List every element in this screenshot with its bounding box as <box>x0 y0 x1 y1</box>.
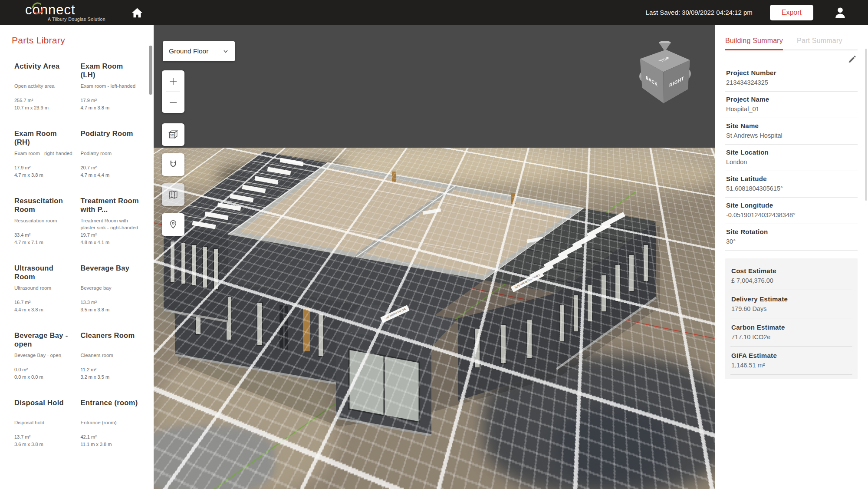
estimate-value: £ 7,004,376.00 <box>731 277 852 284</box>
part-name: Beverage Bay - open <box>14 331 74 350</box>
user-avatar-button[interactable] <box>832 5 848 20</box>
field-value: 30° <box>726 238 857 245</box>
edit-row <box>725 50 858 65</box>
part-name: Disposal Hold <box>14 399 74 417</box>
estimate-field: Cost Estimate £ 7,004,376.00 <box>730 262 852 290</box>
part-item[interactable]: Podiatry Room Podiatry room 20.7 m² 4.7 … <box>81 129 140 178</box>
export-button[interactable]: Export <box>770 5 813 20</box>
part-dimensions: 3.5 m x 3.8 m <box>81 306 140 314</box>
part-item[interactable]: Cleaners Room Cleaners room 11.2 m² 3.2 … <box>81 331 140 380</box>
field-value: Hospital_01 <box>726 106 857 112</box>
viewport-toolbar: 3D <box>162 70 184 243</box>
tab-part-summary[interactable]: Part Summary <box>797 37 842 50</box>
part-item[interactable]: Treatment Room with P... Treatment Room … <box>81 197 140 246</box>
zoom-in-button[interactable] <box>162 71 184 92</box>
part-dimensions: 10.7 m x 23.9 m <box>14 104 74 112</box>
field-label: Site Latitude <box>726 175 857 182</box>
part-description: Treatment Room with plaster sink - right… <box>81 218 140 231</box>
edit-pencil-icon[interactable] <box>847 55 857 64</box>
floor-selector-value: Ground Floor <box>169 47 208 55</box>
part-name: Entrance (room) <box>81 399 140 417</box>
logo-rings-icon <box>29 0 46 17</box>
summary-field: Site Latitude 51.6081804305615° <box>725 171 858 198</box>
map-icon <box>167 188 179 201</box>
part-item[interactable]: Resuscitation Room Resuscitation room 33… <box>14 197 74 246</box>
estimate-label: Cost Estimate <box>731 267 852 274</box>
part-area: 13.7 m² <box>14 433 74 441</box>
estimate-label: Delivery Estimate <box>731 295 852 303</box>
door <box>392 172 396 183</box>
part-area: 17.9 m² <box>14 164 74 172</box>
part-description: Podiatry room <box>81 150 140 164</box>
logo-subtitle: A Tilbury Douglas Solution <box>25 17 105 22</box>
user-icon <box>832 5 848 20</box>
estimates-card: Cost Estimate £ 7,004,376.00 Delivery Es… <box>725 258 858 379</box>
3d-cube-icon: 3D <box>167 128 180 141</box>
door <box>511 193 516 204</box>
part-description: Cleaners room <box>81 352 140 366</box>
part-dimensions: 4.7 m x 3.8 m <box>14 172 74 179</box>
logo-wordmark: co nnect <box>25 3 76 17</box>
field-label: Site Location <box>726 149 857 156</box>
nav-cube[interactable]: TOP BACK RIGHT <box>637 43 693 102</box>
parts-scrollbar-thumb[interactable] <box>149 46 152 95</box>
part-dimensions: 0.0 m x 0.0 m <box>14 373 74 381</box>
part-item[interactable]: Exam Room (RH) Exam room - right-handed … <box>14 129 74 178</box>
part-item[interactable]: Exam Room (LH) Exam room - left-handed 1… <box>81 62 140 111</box>
estimate-label: GIFA Estimate <box>731 352 852 359</box>
dark-panel <box>285 306 288 350</box>
part-area: 13.3 m² <box>81 299 140 306</box>
part-name: Treatment Room with P... <box>81 197 140 215</box>
zoom-control <box>162 70 184 113</box>
summary-scrollbar-thumb[interactable] <box>865 49 867 201</box>
topbar-right-cluster: Last Saved: 30/09/2022 04:24:12 pm Expor… <box>646 5 868 20</box>
building-summary-panel: Building Summary Part Summary Project Nu… <box>715 25 868 489</box>
chevron-down-icon <box>223 48 229 54</box>
viewport-3d-canvas[interactable]: Consulting Room (LH) WC Accessible (RH) … <box>154 25 715 489</box>
nav-cube-body[interactable]: TOP BACK RIGHT <box>651 54 677 95</box>
part-dimensions: 4.7 m x 7.1 m <box>14 239 74 246</box>
part-name: Activity Area <box>14 62 74 80</box>
estimate-value: 717.10 tCO2e <box>731 334 852 340</box>
summary-field: Site Longitude -0.05190124032438348° <box>725 198 858 224</box>
parts-library-panel: Parts Library Activity Area Open activit… <box>0 25 154 489</box>
part-area: 42.1 m² <box>81 433 140 441</box>
snap-magnet-button[interactable] <box>162 153 184 176</box>
estimate-value: 179.60 Days <box>731 305 852 312</box>
summary-field: Site Rotation 30° <box>725 224 858 251</box>
field-label: Project Number <box>726 69 857 76</box>
tab-building-summary[interactable]: Building Summary <box>725 37 783 50</box>
part-item[interactable]: Activity Area Open activity area 255.7 m… <box>14 62 74 111</box>
dark-panel <box>279 305 283 349</box>
view-3d-button[interactable]: 3D <box>162 123 184 146</box>
part-area: 20.7 m² <box>81 164 140 172</box>
part-item[interactable]: Beverage Bay - open Beverage Bay - open … <box>14 331 74 380</box>
floor-selector-dropdown[interactable]: Ground Floor <box>163 41 235 61</box>
part-item[interactable]: Ultrasound Room Ultrasound room 16.7 m² … <box>14 264 74 313</box>
part-item[interactable]: Entrance (room) Entrance (room) 42.1 m² … <box>81 399 140 448</box>
part-description: Entrance (room) <box>81 420 140 433</box>
map-toggle-button[interactable] <box>162 183 184 206</box>
part-description: Disposal hold <box>14 420 74 433</box>
part-dimensions: 4.7 m x 4.4 m <box>81 172 140 179</box>
part-name: Resuscitation Room <box>14 197 74 215</box>
part-area: 0.0 m² <box>14 366 74 373</box>
field-label: Project Name <box>726 96 857 103</box>
parts-list: Activity Area Open activity area 255.7 m… <box>0 46 154 448</box>
summary-field: Site Name St Andrews Hospital <box>725 118 858 145</box>
part-description: Exam room - right-handed <box>14 150 74 164</box>
magnet-icon <box>167 159 179 171</box>
summary-field: Project Name Hospital_01 <box>725 92 858 118</box>
home-button[interactable] <box>130 5 145 20</box>
part-description: Open activity area <box>14 83 74 97</box>
top-bar: co nnect A Tilbury Douglas Solution Last… <box>0 0 868 25</box>
field-value: 213434324325 <box>726 79 857 86</box>
part-item[interactable]: Disposal Hold Disposal hold 13.7 m² 3.6 … <box>14 399 74 448</box>
building-model: Consulting Room (LH) WC Accessible (RH) <box>154 25 715 489</box>
zoom-out-button[interactable] <box>162 92 184 113</box>
door <box>303 308 310 351</box>
location-pin-button[interactable] <box>162 213 184 236</box>
part-dimensions: 11.1 m x 3.8 m <box>81 441 140 448</box>
part-item[interactable]: Beverage Bay Beverage bay 13.3 m² 3.5 m … <box>81 264 140 313</box>
connect-logo: co nnect A Tilbury Douglas Solution <box>25 3 105 22</box>
